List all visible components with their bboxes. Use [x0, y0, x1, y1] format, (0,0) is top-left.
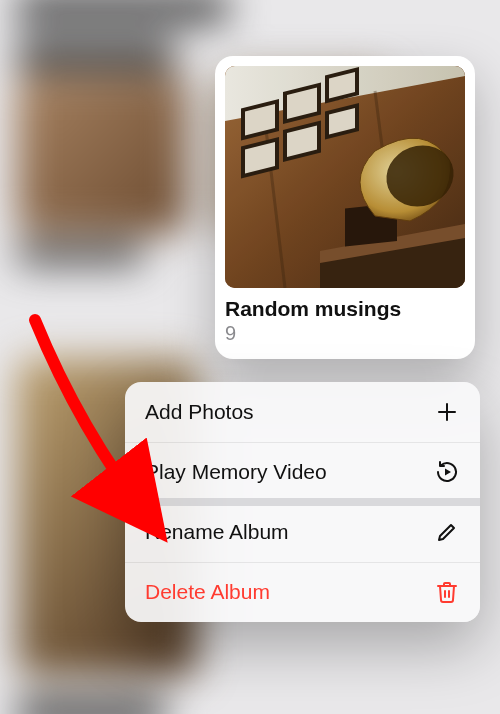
album-title: Random musings [225, 296, 465, 321]
menu-item-play-memory-video[interactable]: Play Memory Video [125, 442, 480, 502]
menu-item-rename-album[interactable]: Rename Album [125, 502, 480, 562]
plus-icon [434, 399, 460, 425]
album-count: 9 [225, 321, 465, 345]
menu-item-label: Delete Album [145, 580, 270, 604]
pencil-icon [434, 519, 460, 545]
album-card[interactable]: Random musings 9 [215, 56, 475, 359]
menu-item-add-photos[interactable]: Add Photos [125, 382, 480, 442]
album-thumbnail [225, 66, 465, 288]
menu-item-label: Add Photos [145, 400, 254, 424]
menu-item-label: Play Memory Video [145, 460, 327, 484]
menu-item-delete-album[interactable]: Delete Album [125, 562, 480, 622]
trash-icon [434, 579, 460, 605]
svg-marker-17 [445, 469, 451, 476]
menu-item-label: Rename Album [145, 520, 289, 544]
replay-icon [434, 459, 460, 485]
svg-rect-14 [225, 66, 465, 288]
context-menu: Add Photos Play Memory Video Rename Albu… [125, 382, 480, 622]
